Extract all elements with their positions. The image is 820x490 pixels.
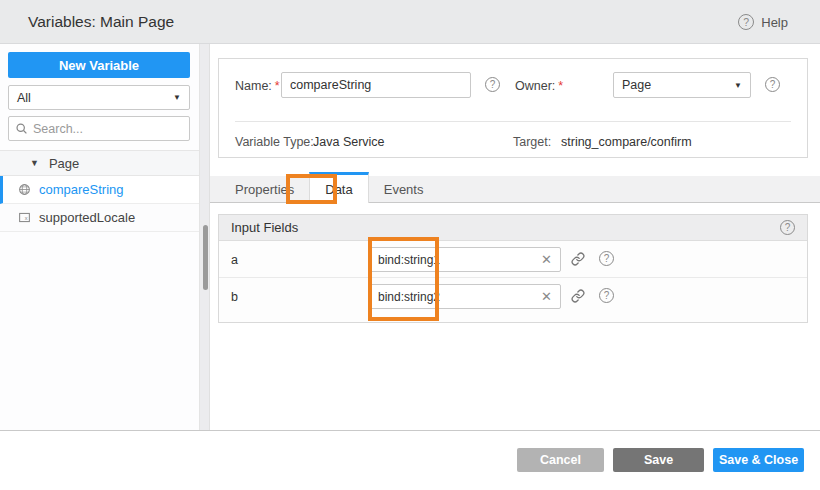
owner-label-text: Owner: [515,79,555,93]
target-label: Target: [513,135,551,149]
owner-label: Owner:* [515,79,563,93]
clear-icon[interactable]: ✕ [541,251,552,268]
help-link[interactable]: ? Help [738,0,788,44]
tree-item-supportedlocale[interactable]: x supportedLocale [0,204,199,232]
card-divider [235,121,791,122]
bind-link-icon[interactable] [571,252,585,266]
search-icon [15,122,28,135]
name-label: Name:* [235,79,280,93]
field-name: b [231,290,238,304]
java-service-icon [18,183,31,196]
variable-filter-select[interactable]: All ▼ [8,85,190,110]
target-value: string_compare/confirm [561,135,692,149]
name-input[interactable] [281,72,471,98]
field-help-icon[interactable]: ? [599,288,614,303]
vertical-scrollbar[interactable] [200,44,210,430]
cancel-button[interactable]: Cancel [517,448,604,472]
dialog-header: Variables: Main Page ? Help [0,0,820,44]
tree-item-comparestring[interactable]: compareString [0,176,199,204]
chevron-down-icon: ▼ [734,81,750,90]
new-variable-button[interactable]: New Variable [8,52,190,78]
input-fields-title: Input Fields [231,220,298,235]
variable-summary-card: Name:* ? Owner:* Page ▼ ? Variable Type:… [218,58,808,158]
owner-select-value: Page [614,78,734,92]
page-title: Variables: Main Page [28,0,174,44]
variable-detail-panel: Name:* ? Owner:* Page ▼ ? Variable Type:… [210,44,820,430]
footer-divider [0,430,820,431]
scrollbar-thumb[interactable] [203,225,208,290]
field-help-icon[interactable]: ? [599,251,614,266]
svg-text:x: x [25,215,28,221]
tree-item-label: compareString [39,182,124,197]
required-asterisk: * [558,79,563,93]
field-b-binding-input[interactable] [369,284,561,309]
variables-sidebar: New Variable All ▼ ▼ Page compareString [0,44,200,430]
field-row-b: b ✕ ? [219,278,807,315]
clear-icon[interactable]: ✕ [541,288,552,305]
variable-icon: x [18,211,31,224]
input-fields-panel: Input Fields ? a ✕ ? b ✕ ? [218,214,808,323]
input-fields-help-icon[interactable]: ? [780,220,795,235]
variables-dialog: Variables: Main Page ? Help New Variable… [0,0,820,490]
tab-properties[interactable]: Properties [220,176,309,203]
save-and-close-button[interactable]: Save & Close [713,448,804,472]
help-icon: ? [738,14,754,30]
tree-item-label: supportedLocale [39,210,135,225]
field-row-a: a ✕ ? [219,241,807,278]
variable-type-value: Java Service [313,135,385,149]
field-name: a [231,253,238,267]
chevron-down-icon: ▼ [173,93,189,102]
variable-type-label: Variable Type: [235,135,314,149]
variables-tree: ▼ Page compareString x supportedLocale [0,150,199,232]
bind-link-icon[interactable] [571,289,585,303]
detail-tabs: Properties Data Events [210,176,820,203]
owner-select[interactable]: Page ▼ [613,72,751,98]
required-asterisk: * [275,79,280,93]
tab-events[interactable]: Events [369,176,439,203]
field-a-binding-input[interactable] [369,247,561,272]
name-help-icon[interactable]: ? [485,77,500,92]
collapse-arrow-icon: ▼ [30,158,39,168]
help-label: Help [761,15,788,30]
input-fields-header: Input Fields ? [219,215,807,241]
tree-group-label: Page [49,156,79,171]
tab-data[interactable]: Data [309,172,368,203]
save-button[interactable]: Save [613,448,704,472]
name-label-text: Name: [235,79,272,93]
variable-search [8,116,190,141]
tree-group-page[interactable]: ▼ Page [0,150,199,176]
variable-filter-value: All [9,91,173,105]
search-input[interactable] [33,122,183,136]
owner-help-icon[interactable]: ? [765,77,780,92]
